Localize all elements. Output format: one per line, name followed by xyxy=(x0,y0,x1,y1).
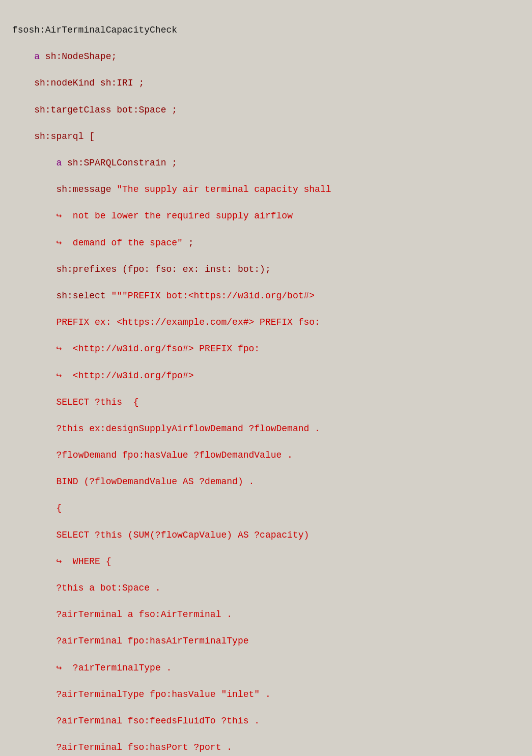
line-16: ?this ex:designSupplyAirflowDemand ?flow… xyxy=(12,422,520,435)
line-27: ?airTerminal fso:feedsFluidTo ?this . xyxy=(12,714,520,727)
line-6: a sh:SPARQLConstrain ; xyxy=(12,156,520,170)
line-21: ↪ WHERE { xyxy=(12,555,520,568)
line-7: sh:message "The supply air terminal capa… xyxy=(12,183,520,196)
line-18: BIND (?flowDemandValue AS ?demand) . xyxy=(12,475,520,488)
line-2: a sh:NodeShape; xyxy=(12,50,520,63)
line-5: sh:sparql [ xyxy=(12,130,520,143)
line-25: ↪ ?airTerminalType . xyxy=(12,661,520,675)
line-22: ?this a bot:Space . xyxy=(12,581,520,595)
line-12: PREFIX ex: <https://example.com/ex#> PRE… xyxy=(12,316,520,329)
line-20: SELECT ?this (SUM(?flowCapValue) AS ?cap… xyxy=(12,528,520,542)
line-26: ?airTerminalType fpo:hasValue "inlet" . xyxy=(12,688,520,701)
line-28: ?airTerminal fso:hasPort ?port . xyxy=(12,741,520,754)
line-14: ↪ <http://w3id.org/fpo#> xyxy=(12,369,520,382)
line-9: ↪ demand of the space" ; xyxy=(12,236,520,249)
line-11: sh:select """PREFIX bot:<https://w3id.or… xyxy=(12,289,520,302)
line-13: ↪ <http://w3id.org/fso#> PREFIX fpo: xyxy=(12,342,520,355)
line-19: { xyxy=(12,501,520,515)
line-8: ↪ not be lower the required supply airfl… xyxy=(12,209,520,222)
line-10: sh:prefixes (fpo: fso: ex: inst: bot:); xyxy=(12,263,520,276)
line-4: sh:targetClass bot:Space ; xyxy=(12,103,520,117)
line-24: ?airTerminal fpo:hasAirTerminalType xyxy=(12,634,520,648)
line-3: sh:nodeKind sh:IRI ; xyxy=(12,76,520,90)
line-15: SELECT ?this { xyxy=(12,396,520,409)
line-17: ?flowDemand fpo:hasValue ?flowDemandValu… xyxy=(12,449,520,462)
code-display: fsosh:AirTerminalCapacityCheck a sh:Node… xyxy=(12,10,520,756)
line-23: ?airTerminal a fso:AirTerminal . xyxy=(12,608,520,621)
line-1: fsosh:AirTerminalCapacityCheck xyxy=(12,23,520,37)
